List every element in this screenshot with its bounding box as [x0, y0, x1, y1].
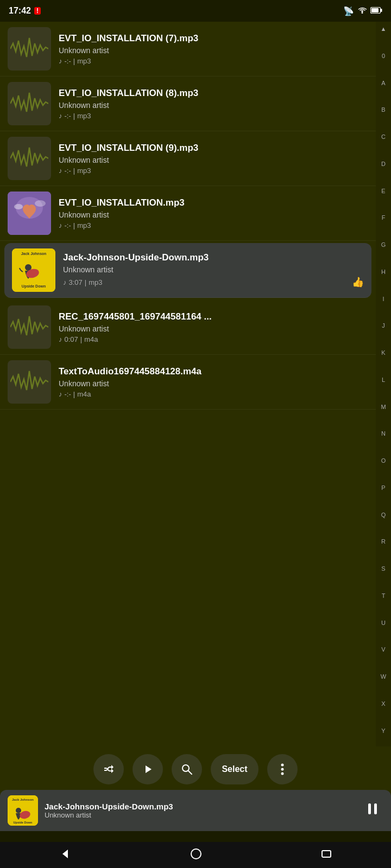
- alpha-K[interactable]: K: [381, 350, 385, 356]
- svg-line-15: [188, 771, 192, 774]
- alpha-A[interactable]: A: [381, 80, 385, 86]
- song-artist: Unknown artist: [59, 324, 368, 333]
- time-display: 17:42: [9, 6, 31, 16]
- song-thumbnail: [8, 82, 51, 125]
- song-thumbnail: [8, 305, 51, 349]
- svg-point-6: [14, 204, 23, 209]
- search-button[interactable]: [172, 754, 202, 784]
- list-item[interactable]: EVT_IO_INSTALLATION (9).mp3 Unknown arti…: [0, 131, 376, 186]
- svg-point-17: [281, 768, 283, 771]
- alpha-G[interactable]: G: [381, 242, 386, 248]
- song-title: EVT_IO_INSTALLATION.mp3: [59, 197, 368, 208]
- song-format: mp3: [89, 278, 102, 286]
- thumbs-up-icon: 👍: [352, 276, 364, 288]
- svg-point-18: [281, 773, 283, 775]
- song-title: REC_1697445801_169744581164 ...: [59, 311, 368, 322]
- alpha-J[interactable]: J: [382, 323, 385, 329]
- song-meta: ♪ -:- | m4a: [59, 390, 368, 398]
- alpha-C[interactable]: C: [381, 134, 386, 140]
- alpha-R[interactable]: R: [381, 539, 386, 545]
- alpha-D[interactable]: D: [381, 161, 386, 167]
- alpha-N[interactable]: N: [381, 431, 386, 437]
- back-button[interactable]: [48, 845, 82, 866]
- list-item[interactable]: TextToAudio1697445884128.m4a Unknown art…: [0, 355, 376, 410]
- alpha-M[interactable]: M: [381, 404, 386, 410]
- alpha-0[interactable]: 0: [382, 53, 385, 59]
- svg-marker-13: [146, 765, 152, 773]
- pause-button[interactable]: [362, 798, 383, 824]
- list-item[interactable]: EVT_IO_INSTALLATION (8).mp3 Unknown arti…: [0, 76, 376, 131]
- now-playing-bar[interactable]: Jack Johnson Upside Down Jack-Johnson-Up…: [0, 790, 391, 831]
- song-duration: -:-: [65, 390, 71, 398]
- more-options-button[interactable]: [267, 754, 298, 784]
- song-duration: -:-: [65, 57, 71, 65]
- alpha-T[interactable]: T: [382, 593, 386, 599]
- shuffle-button[interactable]: [93, 754, 124, 784]
- status-time: 17:42 !: [9, 6, 41, 16]
- list-item[interactable]: EVT_IO_INSTALLATION (7).mp3 Unknown arti…: [0, 22, 376, 76]
- song-title: EVT_IO_INSTALLATION (9).mp3: [59, 143, 368, 154]
- svg-marker-39: [62, 850, 68, 858]
- svg-point-40: [191, 849, 201, 859]
- alpha-U[interactable]: U: [381, 620, 386, 626]
- list-item[interactable]: EVT_IO_INSTALLATION.mp3 Unknown artist ♪…: [0, 186, 376, 241]
- song-info: EVT_IO_INSTALLATION (8).mp3 Unknown arti…: [59, 88, 368, 120]
- select-button[interactable]: Select: [211, 754, 258, 784]
- alpha-Q[interactable]: Q: [381, 512, 386, 518]
- alpha-E[interactable]: E: [381, 188, 385, 194]
- alpha-V[interactable]: V: [381, 647, 385, 653]
- alpha-L[interactable]: L: [382, 377, 385, 383]
- home-button[interactable]: [179, 845, 213, 866]
- music-note-icon: ♪: [63, 278, 67, 286]
- song-title: EVT_IO_INSTALLATION (8).mp3: [59, 88, 368, 99]
- svg-rect-2: [381, 9, 382, 12]
- song-title: Jack-Johnson-Upside-Down.mp3: [63, 252, 364, 263]
- song-meta: ♪ -:- | mp3: [59, 221, 368, 229]
- svg-rect-3: [371, 8, 379, 12]
- song-info: EVT_IO_INSTALLATION (7).mp3 Unknown arti…: [59, 33, 368, 65]
- svg-text:Jack Johnson: Jack Johnson: [12, 798, 34, 801]
- song-meta: ♪ -:- | mp3: [59, 112, 368, 120]
- alpha-I[interactable]: I: [382, 296, 384, 302]
- song-meta: ♪ 0:07 | m4a: [59, 335, 368, 343]
- wifi-icon: [357, 6, 367, 16]
- music-note-icon: ♪: [59, 112, 62, 120]
- music-note-icon: ♪: [59, 390, 62, 398]
- list-item[interactable]: REC_1697445801_169744581164 ... Unknown …: [0, 300, 376, 355]
- svg-point-21: [16, 808, 21, 813]
- alpha-index: ▲ 0 A B C D E F G H I J K L M N O P Q R …: [376, 22, 391, 792]
- recents-button[interactable]: [310, 845, 343, 865]
- alpha-X[interactable]: X: [381, 701, 385, 707]
- separator: |: [73, 57, 75, 65]
- now-playing-title: Jack-Johnson-Upside-Down.mp3: [45, 802, 362, 811]
- alpha-F[interactable]: F: [382, 215, 386, 221]
- svg-point-14: [182, 765, 189, 771]
- bottom-toolbar: Select: [0, 746, 391, 792]
- song-meta: ♪ 3:07 | mp3 👍: [63, 276, 364, 288]
- song-thumbnail: Jack Johnson Upside Down: [12, 248, 55, 292]
- alpha-up-icon[interactable]: ▲: [381, 26, 387, 32]
- song-duration: -:-: [65, 167, 71, 175]
- song-format: m4a: [84, 335, 98, 343]
- song-info: EVT_IO_INSTALLATION (9).mp3 Unknown arti…: [59, 143, 368, 175]
- song-format: mp3: [77, 167, 91, 175]
- song-format: mp3: [77, 57, 91, 65]
- alpha-O[interactable]: O: [381, 458, 386, 464]
- svg-point-7: [35, 200, 46, 207]
- song-list: EVT_IO_INSTALLATION (7).mp3 Unknown arti…: [0, 22, 391, 561]
- alpha-W[interactable]: W: [381, 674, 386, 680]
- svg-rect-25: [374, 803, 377, 814]
- alpha-H[interactable]: H: [381, 269, 386, 275]
- song-info: EVT_IO_INSTALLATION.mp3 Unknown artist ♪…: [59, 197, 368, 229]
- alpha-S[interactable]: S: [381, 566, 385, 572]
- svg-rect-41: [322, 851, 331, 857]
- song-artist: Unknown artist: [63, 265, 364, 274]
- list-item[interactable]: Jack Johnson Upside Down Jack-Johnson-Up…: [4, 243, 371, 298]
- play-button[interactable]: [133, 754, 163, 784]
- alpha-B[interactable]: B: [381, 107, 385, 113]
- song-title: TextToAudio1697445884128.m4a: [59, 366, 368, 377]
- alpha-Y[interactable]: Y: [381, 728, 385, 734]
- song-format: mp3: [77, 221, 91, 229]
- alpha-P[interactable]: P: [381, 485, 385, 491]
- song-info: Jack-Johnson-Upside-Down.mp3 Unknown art…: [63, 252, 364, 288]
